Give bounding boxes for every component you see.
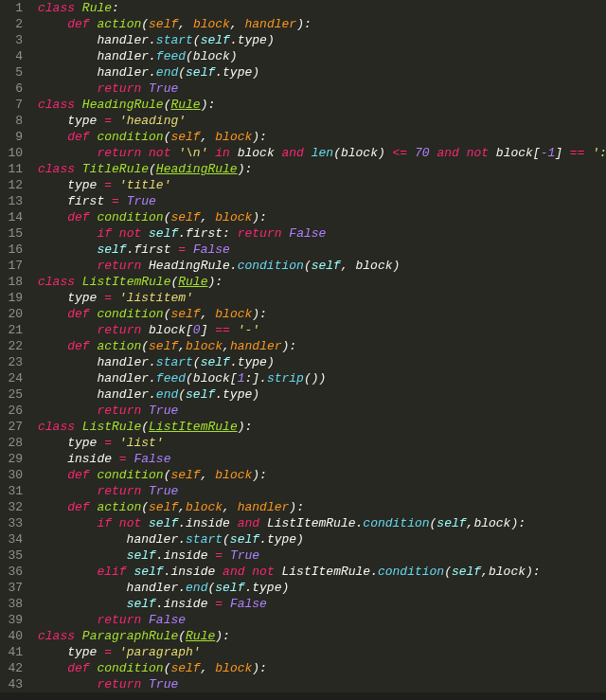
- token-p: ,: [178, 17, 193, 31]
- token-p: .inside: [156, 597, 215, 611]
- line-number: 24: [0, 370, 23, 386]
- token-self: self: [127, 548, 156, 563]
- token-kw: elif: [97, 565, 126, 579]
- token-p: ListItemRule.: [259, 516, 363, 530]
- line-number: 35: [0, 547, 23, 564]
- token-p: [75, 275, 82, 289]
- token-cls: HeadingRule: [82, 98, 164, 112]
- code-line: def condition(self, block):: [38, 467, 606, 483]
- token-base: Rule: [170, 98, 200, 112]
- token-p: ,: [201, 130, 216, 144]
- token-call: start: [156, 33, 193, 47]
- token-val: True: [149, 677, 178, 691]
- token-p: type: [38, 114, 104, 128]
- line-number: 14: [0, 209, 23, 225]
- token-p: [38, 613, 97, 627]
- line-number: 3: [0, 32, 23, 48]
- token-p: [223, 548, 230, 563]
- token-p: type: [38, 645, 104, 659]
- token-cls: ListRule: [82, 420, 141, 434]
- token-self: self: [201, 355, 230, 369]
- token-cls: Rule: [82, 1, 112, 15]
- code-line: handler.feed(block): [38, 48, 606, 64]
- token-val: True: [149, 404, 178, 418]
- token-call: end: [156, 387, 178, 402]
- line-number: 25: [0, 386, 23, 403]
- token-p: (: [178, 629, 186, 643]
- token-prm: block: [215, 468, 252, 482]
- code-line: class ParagraphRule(Rule):: [38, 628, 606, 644]
- token-p: [38, 242, 97, 257]
- line-number: 27: [0, 419, 23, 435]
- line-number-gutter: 1234567891011121314151617181920212223242…: [0, 0, 30, 692]
- token-p: [75, 162, 82, 176]
- line-number: 11: [0, 161, 23, 177]
- token-p: .type): [230, 33, 275, 47]
- token-p: ):: [201, 98, 216, 112]
- token-p: .inside: [164, 565, 223, 579]
- line-number: 10: [0, 145, 23, 161]
- token-p: (: [178, 387, 186, 402]
- line-number: 40: [0, 628, 23, 644]
- token-p: ):: [282, 339, 297, 353]
- token-prm: self: [149, 339, 178, 353]
- line-number: 20: [0, 306, 23, 322]
- token-p: [112, 114, 119, 128]
- token-kw: return: [97, 146, 141, 160]
- token-kw: class: [38, 275, 75, 289]
- token-prm: self: [170, 130, 200, 144]
- code-line: type = 'list': [38, 435, 606, 451]
- code-line: def condition(self, block):: [38, 209, 606, 225]
- token-prm: handler: [245, 17, 297, 31]
- line-number: 21: [0, 322, 23, 338]
- line-number: 7: [0, 97, 23, 113]
- token-p: [112, 516, 119, 530]
- token-p: (: [444, 565, 452, 579]
- code-line: handler.end(self.type): [38, 64, 606, 81]
- line-number: 33: [0, 515, 23, 531]
- token-p: handler.: [38, 371, 156, 386]
- token-call: condition: [363, 516, 429, 530]
- token-p: (: [141, 17, 149, 31]
- token-val: True: [230, 548, 259, 563]
- token-kw: if: [97, 516, 112, 530]
- token-p: [75, 629, 82, 643]
- token-kw: return: [238, 226, 282, 241]
- token-op: and: [437, 146, 458, 160]
- token-kw: return: [97, 484, 141, 498]
- token-p: [141, 484, 149, 498]
- token-kw: class: [38, 162, 75, 176]
- token-str: '\n': [178, 146, 207, 160]
- code-editor: 1234567891011121314151617181920212223242…: [0, 0, 606, 692]
- code-line: self.first = False: [38, 242, 606, 258]
- line-number: 31: [0, 483, 23, 499]
- code-line: def condition(self, block):: [38, 129, 606, 145]
- token-p: , block): [341, 259, 400, 273]
- token-p: [38, 81, 97, 96]
- code-line: handler.start(self.type): [38, 32, 606, 48]
- token-p: [304, 146, 312, 160]
- token-p: (: [149, 162, 156, 176]
- token-p: [38, 226, 97, 241]
- token-self: self: [149, 516, 178, 530]
- token-p: [38, 516, 97, 530]
- token-base: ListItemRule: [149, 420, 238, 434]
- token-fn: action: [97, 17, 141, 31]
- line-number: 42: [0, 660, 23, 676]
- code-line: handler.end(self.type): [38, 386, 606, 403]
- token-self: self: [201, 33, 230, 47]
- token-self: self: [215, 581, 244, 595]
- token-p: [141, 226, 149, 241]
- token-p: ,: [201, 661, 216, 675]
- token-p: ):: [296, 17, 312, 31]
- token-self: self: [186, 387, 215, 402]
- token-op: =: [104, 114, 112, 128]
- token-op: and: [282, 146, 304, 160]
- token-p: [75, 98, 82, 112]
- token-p: [223, 597, 230, 611]
- token-fn: action: [97, 500, 141, 514]
- token-p: [38, 661, 67, 675]
- token-val: False: [134, 452, 170, 466]
- token-p: block[: [489, 146, 541, 160]
- line-number: 19: [0, 290, 23, 306]
